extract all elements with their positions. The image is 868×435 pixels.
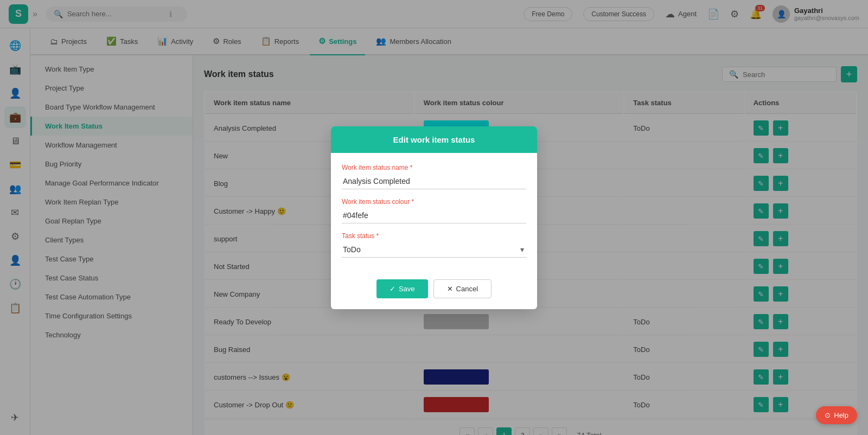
- modal-overlay[interactable]: Edit work item status Work item status n…: [0, 0, 868, 435]
- form-group-name: Work item status name *: [342, 164, 526, 189]
- modal-title: Edit work item status: [393, 135, 475, 144]
- help-circle-icon: ⊙: [825, 411, 831, 419]
- modal-header: Edit work item status: [331, 126, 537, 153]
- modal-body: Work item status name * Work item status…: [331, 153, 537, 277]
- task-status-label: Task status *: [342, 232, 526, 240]
- color-input[interactable]: [342, 208, 526, 223]
- edit-modal: Edit work item status Work item status n…: [331, 126, 537, 309]
- help-button[interactable]: ⊙ Help: [816, 406, 857, 424]
- form-group-color: Work item status colour *: [342, 198, 526, 223]
- task-status-select-wrapper: ToDo InProgress Done ▾: [342, 242, 526, 258]
- form-group-task-status: Task status * ToDo InProgress Done ▾: [342, 232, 526, 258]
- checkmark-icon: ✓: [390, 285, 395, 293]
- x-icon: ✕: [447, 285, 453, 293]
- modal-footer: ✓ Save ✕ Cancel: [331, 277, 537, 309]
- name-input[interactable]: [342, 174, 526, 189]
- color-label: Work item status colour *: [342, 198, 526, 206]
- name-label: Work item status name *: [342, 164, 526, 171]
- task-status-select[interactable]: ToDo InProgress Done: [342, 242, 526, 258]
- help-label: Help: [834, 411, 848, 419]
- cancel-button[interactable]: ✕ Cancel: [433, 279, 492, 298]
- save-button[interactable]: ✓ Save: [376, 279, 428, 298]
